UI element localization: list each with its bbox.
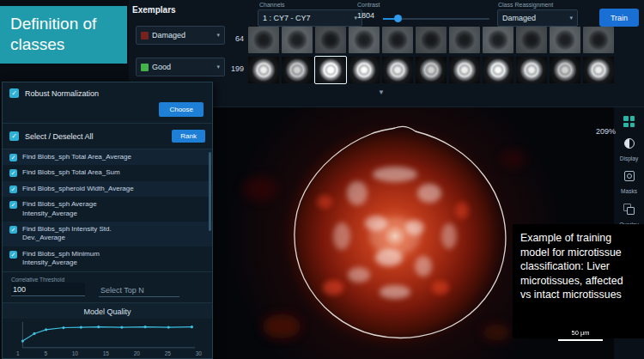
mask-icon[interactable] (624, 171, 635, 181)
feature-label: Find Blobs_sph Total Area_Sum (22, 168, 120, 177)
class-selector-damaged[interactable]: Damaged ▾ (136, 26, 225, 45)
x-tick: 5 (44, 350, 47, 356)
overlay-icon[interactable] (623, 204, 635, 215)
toolbar-label-display[interactable]: Display (620, 155, 638, 161)
x-tick: 25 (165, 350, 171, 356)
feature-row[interactable]: Find Blobs_sph Total Area_Average (3, 149, 212, 165)
feature-row[interactable]: Find Blobs_sph Average Intensity_Average (3, 197, 212, 222)
exemplar-thumbnail[interactable] (382, 27, 413, 53)
feature-checkbox[interactable] (9, 201, 17, 209)
expand-chevron-icon[interactable]: ▼ (378, 88, 385, 96)
exemplar-thumbnail[interactable] (449, 27, 480, 53)
exemplar-thumbnail[interactable] (583, 57, 614, 83)
x-tick: 30 (196, 350, 202, 356)
exemplar-thumbnail[interactable] (248, 27, 279, 53)
class-reassignment-dropdown[interactable]: Damaged ▾ (497, 9, 578, 27)
exemplars-title: Exemplars (132, 5, 176, 15)
class-selector-label: Good (152, 63, 171, 71)
exemplar-thumbnail[interactable] (416, 57, 447, 83)
exemplar-thumbnail[interactable] (349, 27, 380, 53)
class-selector-label: Damaged (152, 31, 185, 40)
scale-bar-label: 50 μm (558, 329, 603, 337)
feature-row[interactable]: Find Blobs_sph Intensity Std. Dev._Avera… (3, 222, 212, 246)
feature-list-scrollbar[interactable] (209, 152, 211, 231)
chevron-down-icon: ▾ (569, 15, 573, 21)
select-top-n-field[interactable]: Select Top N (99, 277, 179, 297)
threshold-section: Correlative Threshold 100 Select Top N (3, 272, 212, 303)
exemplar-thumbnail[interactable] (483, 27, 513, 53)
exemplar-thumbnail[interactable] (282, 57, 313, 83)
exemplar-row-good (248, 57, 617, 83)
x-tick: 15 (103, 350, 109, 356)
exemplar-thumbnail[interactable] (315, 27, 346, 53)
exemplar-thumbnail[interactable] (583, 27, 614, 53)
choose-button[interactable]: Choose (159, 102, 204, 117)
zoom-level[interactable]: 209% (596, 127, 616, 136)
title-card: Definition of classes (0, 6, 127, 64)
exemplar-thumbnail[interactable] (449, 57, 480, 83)
chevron-down-icon: ▾ (216, 64, 220, 70)
feature-checkbox[interactable] (9, 154, 17, 161)
class-color-swatch (141, 64, 149, 71)
feature-row[interactable]: Find Blobs_spheroid Width_Average (3, 181, 212, 197)
scale-bar: 50 μm (558, 329, 603, 341)
contrast-slider-handle[interactable] (394, 15, 402, 22)
exemplar-thumbnail[interactable] (516, 57, 547, 83)
robust-normalization-label: Robust Normalization (25, 89, 99, 98)
correlative-threshold-group: Correlative Threshold 100 (11, 277, 85, 297)
channels-label: Channels (259, 2, 285, 8)
contrast-label: Contrast (357, 2, 380, 8)
feature-checkbox[interactable] (9, 169, 17, 177)
x-tick: 10 (72, 350, 78, 356)
channels-dropdown[interactable]: 1 : CY7 - CY7 ▾ (258, 9, 362, 27)
exemplar-thumbnail[interactable] (248, 57, 279, 83)
class-color-swatch (141, 32, 149, 40)
feature-row[interactable]: Find Blobs_sph Total Area_Sum (3, 165, 212, 180)
select-deselect-row: Select / Deselect All Rank (3, 124, 212, 149)
robust-normalization-row: Robust Normalization (3, 82, 212, 100)
exemplar-thumbnail[interactable] (282, 27, 313, 53)
exemplar-thumbnail[interactable] (550, 27, 580, 53)
model-quality-chart (4, 319, 209, 350)
exemplar-thumbnail[interactable] (382, 57, 413, 83)
x-tick: 20 (134, 350, 140, 356)
feature-label: Find Blobs_sph Minimum Intensity_Average (22, 250, 151, 268)
contrast-value: 1804 (357, 11, 374, 20)
exemplar-thumbnail[interactable] (349, 57, 380, 83)
exemplar-thumbnail[interactable] (516, 27, 547, 53)
chevron-down-icon: ▾ (216, 32, 220, 39)
contrast-icon[interactable] (624, 138, 635, 149)
correlative-threshold-input[interactable]: 100 (11, 283, 85, 296)
robust-normalization-checkbox[interactable] (9, 88, 19, 98)
train-button[interactable]: Train (599, 9, 639, 27)
rank-button[interactable]: Rank (172, 130, 205, 143)
select-all-checkbox[interactable] (9, 131, 19, 141)
feature-checkbox[interactable] (9, 251, 17, 259)
feature-checkbox[interactable] (9, 226, 17, 234)
feature-label: Find Blobs_sph Average Intensity_Average (22, 200, 151, 218)
channels-value: 1 : CY7 - CY7 (263, 14, 311, 22)
exemplar-thumbnail[interactable] (416, 27, 447, 53)
exemplar-thumbnail[interactable] (550, 57, 580, 83)
exemplar-row-count: 199 (222, 64, 244, 73)
exemplar-row-damaged (248, 27, 617, 53)
exemplar-thumbnail[interactable] (483, 57, 513, 83)
feature-label: Find Blobs_spheroid Width_Average (22, 185, 134, 193)
feature-checkbox[interactable] (9, 186, 17, 193)
feature-label: Find Blobs_sph Total Area_Average (22, 153, 131, 161)
apps-grid-icon[interactable] (623, 116, 635, 127)
select-all-label: Select / Deselect All (25, 132, 94, 141)
class-reassignment-value: Damaged (502, 14, 536, 22)
x-tick: 1 (16, 350, 20, 356)
scale-bar-line (558, 339, 603, 341)
feature-label: Find Blobs_sph Intensity Std. Dev._Avera… (22, 225, 151, 243)
exemplar-row-count: 64 (225, 34, 244, 43)
class-selector-good[interactable]: Good ▾ (136, 58, 225, 76)
toolbar-label-masks[interactable]: Masks (621, 188, 637, 194)
caption-box: Example of training model for microtissu… (513, 224, 644, 338)
model-quality-title: Model Quality (3, 303, 212, 319)
correlative-threshold-label: Correlative Threshold (11, 277, 85, 283)
feature-row[interactable]: Find Blobs_sph Minimum Intensity_Average (3, 246, 212, 271)
feature-selection-panel: Robust Normalization Choose Select / Des… (2, 82, 213, 359)
exemplar-thumbnail-selected[interactable] (315, 57, 346, 83)
